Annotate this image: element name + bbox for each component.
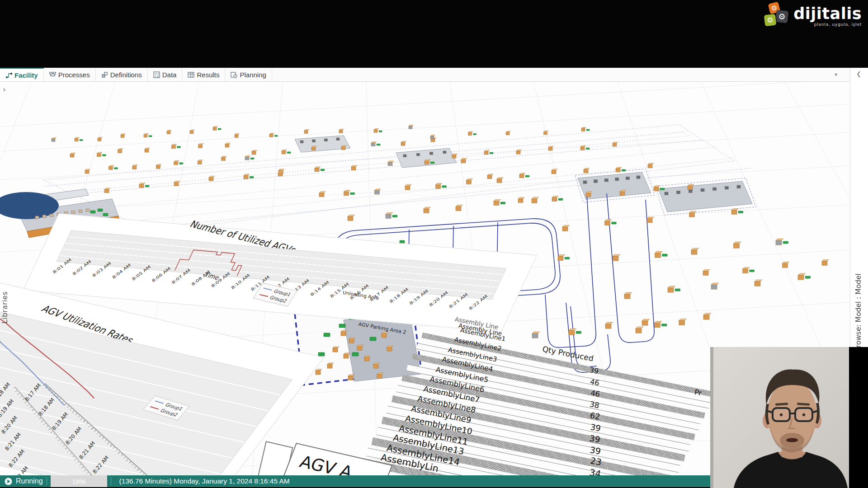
tab-label: Planning — [240, 71, 266, 79]
processes-icon — [49, 71, 56, 78]
tab-data[interactable]: 21.94.32Data — [148, 68, 183, 81]
tab-label: Data — [162, 71, 177, 79]
brand-logo: ⚙ ⚙ ⚙ dijitalis planla, uygula, işlet — [764, 3, 862, 29]
table-qty-value: 39 — [590, 422, 601, 433]
run-state-label: Running — [16, 477, 43, 485]
sim-clock-text: (136.76 Minutes) Monday, January 1, 2024… — [119, 477, 290, 485]
tab-results[interactable]: Results — [182, 68, 225, 81]
presenter-webcam-overlay — [710, 347, 849, 488]
table-qty-value: 38 — [589, 399, 600, 410]
progress-percent: 18% — [72, 478, 85, 485]
results-icon — [188, 71, 194, 78]
presenter-portrait — [710, 347, 849, 488]
webcam-letterbox — [849, 347, 868, 488]
tab-label: Facility — [14, 71, 38, 79]
application-window: ⚙ ⚙ ⚙ dijitalis planla, uygula, işlet Fa… — [0, 0, 868, 488]
tab-planning[interactable]: Planning — [225, 68, 272, 81]
tab-definitions[interactable]: Definitions — [96, 68, 148, 81]
progress-bar: 18% — [51, 475, 107, 487]
agv-table-partial-title: AGV A — [297, 452, 355, 475]
table-qty-value: 46 — [590, 377, 600, 387]
table-qty-value: 39 — [589, 445, 602, 456]
browse-model-label: Browse: Model : Model — [854, 217, 863, 352]
table-qty-value: 39 — [589, 366, 599, 375]
table-qty-value: 23 — [590, 455, 602, 468]
play-status-icon — [5, 478, 12, 485]
tab-processes[interactable]: Processes — [44, 68, 96, 81]
panel-expand-arrow[interactable]: › — [3, 85, 6, 94]
gear-cube-gray-icon: ⚙ — [775, 9, 789, 23]
ribbon-overflow-caret[interactable]: ▾ — [835, 71, 837, 78]
brand-tagline: planla, uygula, işlet — [814, 22, 862, 27]
top-band: ⚙ ⚙ ⚙ dijitalis planla, uygula, işlet — [0, 0, 868, 68]
gear-cube-lime-icon: ⚙ — [764, 14, 777, 27]
data-icon: 21.94.32 — [153, 71, 160, 78]
collapse-chevron-icon[interactable]: ❮ — [856, 70, 861, 77]
facility-icon — [5, 72, 12, 79]
table-qty-value: 46 — [590, 389, 601, 399]
definitions-icon — [101, 71, 108, 78]
brand-name: dijitalis — [793, 5, 862, 22]
tab-label: Definitions — [110, 71, 142, 79]
table-qty-value: 34 — [589, 467, 602, 475]
tab-label: Results — [197, 71, 219, 79]
planning-icon — [231, 71, 237, 78]
svg-text:4.32: 4.32 — [155, 75, 159, 77]
tab-facility[interactable]: Facility — [0, 68, 44, 81]
table-qty-value: 39 — [589, 433, 601, 445]
table-qty-value: 62 — [590, 411, 601, 422]
ribbon-tab-bar: FacilityProcessesDefinitions21.94.32Data… — [0, 68, 850, 82]
libraries-panel-tab[interactable]: Libraries — [1, 265, 9, 324]
brand-logo-mark: ⚙ ⚙ ⚙ — [764, 3, 789, 29]
tab-label: Processes — [58, 71, 90, 79]
